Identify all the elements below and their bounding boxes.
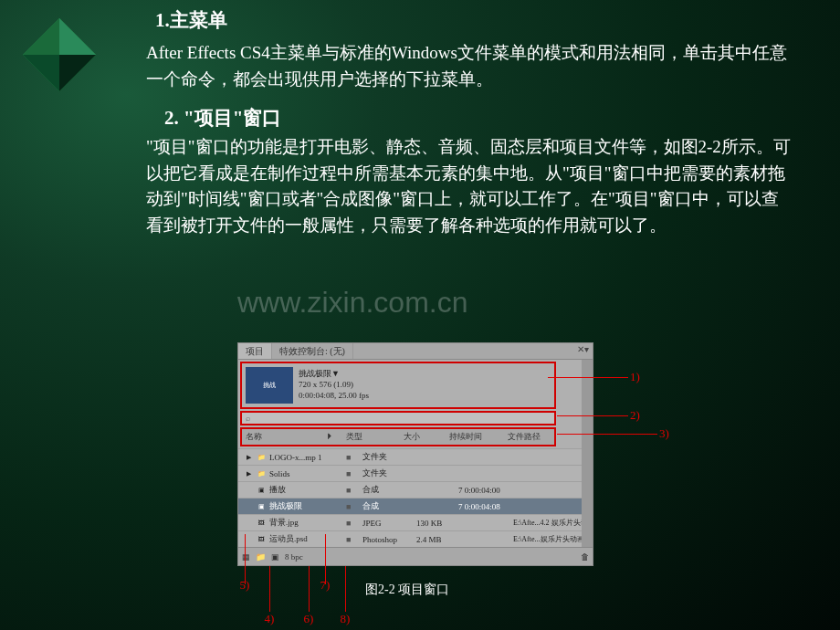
annotation-7: 7) (316, 578, 334, 593)
trash-icon: 🗑 (581, 552, 589, 562)
type-icon: 📁 (257, 469, 266, 478)
annotation-4: 4) (260, 612, 278, 626)
decorative-diamond (18, 14, 100, 96)
file-tag: ■ (346, 469, 359, 478)
annotation-line-4v (269, 566, 270, 612)
annotation-line-5 (245, 534, 246, 584)
heading-main-menu: 1.主菜单 (155, 7, 794, 33)
annotation-3: 3) (659, 426, 669, 441)
composition-thumbnail: 挑战 (246, 367, 293, 404)
annotation-line-7 (325, 534, 326, 584)
file-row: ▣播放■合成7 0:00:04:00 (238, 481, 593, 498)
annotation-line-1 (548, 377, 628, 378)
svg-marker-3 (23, 55, 59, 91)
svg-marker-4 (59, 55, 96, 91)
expand-icon: ▶ (244, 453, 253, 462)
type-icon: 🖼 (257, 519, 266, 528)
bpc-label: 8 bpc (285, 552, 303, 562)
header-name: 名称 (246, 431, 319, 443)
file-tag: ■ (346, 486, 359, 495)
expand-icon (244, 519, 253, 528)
file-size: 130 KB (416, 519, 455, 528)
watermark-text: www.zixin.com.cn (237, 286, 468, 320)
annotation-2: 2) (630, 408, 640, 423)
paragraph-main-menu: After Effects CS4主菜单与标准的Windows文件菜单的模式和用… (146, 40, 794, 92)
new-comp-icon: ▣ (271, 552, 279, 562)
file-name: Solids (269, 469, 342, 478)
preview-duration: 0:00:04:08, 25.00 fps (299, 391, 369, 402)
new-folder-icon: 📁 (256, 552, 266, 562)
preview-info: 挑战极限▼ 720 x 576 (1.09) 0:00:04:08, 25.00… (299, 369, 369, 401)
annotation-8: 8) (336, 612, 354, 626)
file-tag: ■ (346, 535, 359, 544)
header-duration: 持续时间 (449, 431, 500, 443)
annotation-line-3 (557, 434, 657, 435)
tab-project: 项目 (238, 343, 272, 359)
preview-dimensions: 720 x 576 (1.09) (299, 380, 369, 391)
file-tag: ■ (346, 519, 359, 528)
type-icon: ▣ (257, 486, 266, 495)
file-name: 播放 (269, 484, 342, 496)
project-panel-screenshot: 项目 特效控制台: (无) ✕▾ 挑战 挑战极限▼ 720 x 576 (1.0… (237, 342, 593, 566)
expand-icon (244, 486, 253, 495)
file-type: 合成 (362, 484, 413, 496)
file-type: 文件夹 (362, 467, 413, 479)
file-row: 🖼运动员.psd■Photoshop2.4 MBE:\Afte...娱乐片头动画… (238, 530, 593, 547)
annotation-1: 1) (630, 370, 640, 384)
file-path: E:\Afte...娱乐片头动画\(Footage)\运动员.psd (513, 534, 587, 544)
file-name: LOGO-x...mp 1 (269, 453, 342, 462)
figure-container: 项目 特效控制台: (无) ✕▾ 挑战 挑战极限▼ 720 x 576 (1.0… (237, 342, 694, 566)
type-icon: 📁 (257, 453, 266, 462)
file-name: 运动员.psd (269, 533, 342, 545)
panel-menu-icon: ✕▾ (577, 344, 589, 354)
search-field: ⌕ (240, 411, 556, 425)
panel-tabs: 项目 特效控制台: (无) (238, 343, 593, 360)
file-name: 背景.jpg (269, 517, 342, 529)
header-size: 大小 (404, 431, 442, 443)
expand-icon: ▶ (244, 469, 253, 478)
expand-icon (244, 502, 253, 511)
annotation-5: 5) (236, 578, 254, 593)
file-type: JPEG (362, 519, 413, 528)
file-duration: 7 0:00:04:08 (458, 502, 509, 511)
file-tag: ■ (346, 502, 359, 511)
column-headers: 名称 ⏵ 类型 大小 持续时间 文件路径 (240, 427, 556, 446)
search-icon: ⌕ (246, 414, 250, 423)
interpret-icon: ▦ (242, 552, 250, 562)
file-row: ▶📁LOGO-x...mp 1■文件夹 (238, 448, 593, 465)
file-tag: ■ (346, 453, 359, 462)
figure-caption: 图2-2 项目窗口 (365, 582, 449, 598)
annotation-line-2 (557, 415, 628, 416)
file-type: 文件夹 (362, 451, 413, 463)
header-tag: ⏵ (326, 431, 339, 443)
file-row: ▶📁Solids■文件夹 (238, 465, 593, 481)
tab-effects: 特效控制台: (无) (272, 343, 353, 359)
paragraph-project-window: "项目"窗口的功能是打开电影、静态、音频、固态层和项目文件等，如图2-2所示。可… (146, 134, 794, 238)
annotation-line-6v (309, 566, 310, 612)
svg-marker-1 (59, 18, 96, 55)
file-name: 挑战极限 (269, 500, 342, 512)
heading-project-window: 2. "项目"窗口 (164, 105, 794, 131)
file-row: 🖼背景.jpg■JPEG130 KBE:\Afte...4.2 娱乐片头动画\(… (238, 514, 593, 530)
file-path: E:\Afte...4.2 娱乐片头动画\(Footage)\背景.jpg (513, 518, 587, 528)
annotation-line-8v (345, 566, 346, 612)
file-size: 2.4 MB (416, 535, 455, 544)
bottom-toolbar: ▦ 📁 ▣ 8 bpc 🗑 (238, 547, 593, 565)
type-icon: 🖼 (257, 535, 266, 544)
type-icon: ▣ (257, 502, 266, 511)
preview-name: 挑战极限▼ (299, 369, 369, 380)
header-type: 类型 (346, 431, 396, 443)
annotation-6: 6) (299, 612, 318, 626)
file-row: ▣挑战极限■合成7 0:00:04:08 (238, 498, 593, 514)
file-duration: 7 0:00:04:00 (458, 486, 509, 495)
file-type: 合成 (362, 500, 413, 512)
preview-section: 挑战 挑战极限▼ 720 x 576 (1.09) 0:00:04:08, 25… (240, 362, 556, 409)
header-path: 文件路径 (508, 431, 541, 443)
content-area: 1.主菜单 After Effects CS4主菜单与标准的Windows文件菜… (0, 0, 840, 238)
scrollbar (582, 360, 593, 547)
file-type: Photoshop (362, 535, 413, 544)
svg-marker-2 (23, 18, 59, 55)
